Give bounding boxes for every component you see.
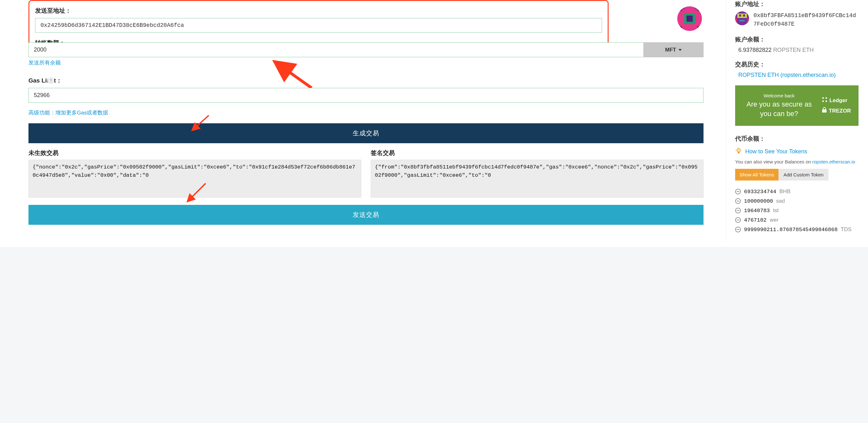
balance-note: You can also view your Balances on ropst… [735,159,859,164]
gas-limit-label: Gas Limit： [28,76,704,85]
bulb-icon [735,147,742,156]
svg-rect-1 [677,6,682,11]
remove-token-icon[interactable] [735,189,741,194]
signed-tx-textarea[interactable]: {"from":"0x8bf3fbfa8511ebf9439f6fcbc14d7… [371,160,704,198]
token-amount: 6933234744 [744,189,776,195]
banner-headline: Are you as secure as you can be? [743,100,815,118]
svg-rect-7 [682,6,685,9]
send-transaction-button[interactable]: 发送交易 [28,205,704,225]
token-row: 4767102wer [735,215,859,225]
token-list: 6933234744BHB100000000sad19640783tst4767… [735,187,859,234]
tokens-header: 代币余额： [735,135,859,143]
token-row: 6933234744BHB [735,187,859,196]
sender-avatar [677,6,702,31]
svg-point-23 [826,97,827,99]
account-avatar [735,11,749,25]
token-symbol: TDS [841,226,851,233]
account-balance-label: 账户余额： [735,35,859,44]
token-amount: 100000000 [744,198,773,204]
token-row: 9999990211.876878545499846868TDS [735,225,859,234]
send-all-balance-link[interactable]: 发送所有余额 [28,59,61,66]
token-amount: 19640783 [744,208,770,214]
svg-rect-3 [677,26,682,31]
svg-rect-26 [823,110,826,112]
balance-currency: ROPSTEN ETH [773,47,814,53]
show-all-tokens-button[interactable]: Show All Tokens [735,169,778,181]
remove-token-icon[interactable] [735,227,741,232]
generate-transaction-button[interactable]: 生成交易 [28,123,704,143]
svg-rect-20 [735,18,737,25]
token-symbol: sad [776,198,785,204]
signed-tx-label: 签名交易 [371,149,704,157]
svg-rect-17 [739,14,741,17]
svg-rect-18 [743,14,745,17]
svg-rect-2 [697,6,702,11]
raw-tx-label: 未生效交易 [28,149,361,157]
gas-limit-input[interactable] [28,88,704,103]
remove-token-icon[interactable] [735,198,741,204]
ledger-icon [822,97,828,104]
ledger-logo: Ledger [822,97,847,104]
svg-rect-4 [697,26,702,31]
how-to-see-tokens-link[interactable]: How to See Your Tokens [745,148,807,155]
token-row: 19640783tst [735,206,859,215]
svg-point-24 [823,101,824,102]
add-custom-token-button[interactable]: Add Custom Token [778,169,829,181]
svg-rect-21 [747,18,749,25]
svg-point-22 [823,97,824,99]
account-address-value: 0x8bf3FBFA8511eBf9439f6FCBc14d7FeDc0f948… [753,11,859,28]
svg-rect-6 [686,15,693,22]
security-banner: Welcome back Are you as secure as you ca… [735,85,859,126]
tx-history-label: 交易历史： [735,60,859,69]
main-form-area: 发送至地址： 转账数额： MFT 发送所有余额 [0,0,719,240]
token-amount: 9999990211.876878545499846868 [744,227,838,233]
lock-icon [822,107,827,115]
to-address-input[interactable] [35,18,602,33]
balance-amount: 6.937882822 [738,47,772,53]
svg-point-25 [826,101,827,102]
amount-input[interactable] [28,42,643,57]
svg-rect-16 [737,13,747,18]
token-amount: 4767102 [744,217,767,223]
token-select-dropdown[interactable]: MFT [643,42,704,57]
svg-rect-8 [694,6,698,9]
trezor-logo: TREZOR [822,107,851,115]
chevron-down-icon [679,49,682,51]
raw-tx-textarea[interactable]: {"nonce":"0x2c","gasPrice":"0x09502f9000… [28,160,361,198]
banner-welcome: Welcome back [743,93,815,98]
remove-token-icon[interactable] [735,208,741,214]
remove-token-icon[interactable] [735,217,741,223]
sidebar: 账户地址： 0x8bf3FBFA8511eBf9439f6FCBc14d7FeD… [726,0,868,240]
etherscan-link[interactable]: ropsten.etherscan.io [812,159,855,164]
token-select-label: MFT [665,47,676,53]
token-symbol: tst [773,207,779,214]
token-symbol: wer [770,217,778,223]
help-icon[interactable]: ? [48,77,54,84]
advanced-options-link[interactable]: 高级功能：增加更多Gas或者数据 [28,110,108,116]
tx-history-link[interactable]: ROPSTEN ETH (ropsten.etherscan.io) [738,72,836,78]
account-address-label: 账户地址： [735,0,859,8]
to-address-label: 发送至地址： [35,7,602,15]
svg-rect-28 [738,152,739,153]
svg-rect-19 [740,20,745,22]
token-row: 100000000sad [735,196,859,206]
svg-point-27 [737,149,741,152]
token-symbol: BHB [779,188,790,195]
